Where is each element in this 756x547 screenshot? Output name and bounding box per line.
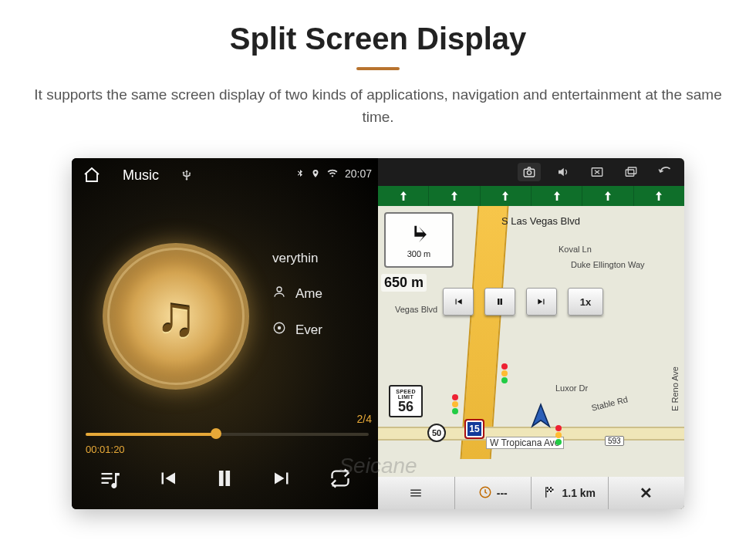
sim-next-button[interactable] (526, 288, 557, 316)
repeat-button[interactable] (323, 461, 357, 495)
remaining-distance-cell[interactable]: 1.1 km (532, 477, 609, 509)
track-counter: 2/4 (357, 413, 372, 425)
street-koval: Koval Ln (559, 245, 592, 254)
lane-guidance-bar (378, 186, 684, 206)
sim-prev-button[interactable] (443, 288, 474, 316)
svg-rect-7 (628, 167, 636, 174)
traffic-light-icon (452, 390, 458, 414)
traffic-light-icon (555, 420, 562, 445)
route-shield: 50 (427, 424, 446, 442)
svg-point-2 (278, 327, 281, 329)
artist-icon (272, 285, 286, 302)
status-time: 20:07 (345, 167, 372, 180)
traffic-light-icon (501, 359, 508, 383)
title-underline (356, 67, 400, 70)
svg-rect-6 (626, 170, 634, 176)
location-icon (311, 168, 320, 179)
track-meta: verythin Ame Ever (272, 251, 378, 339)
album-row: Ever (272, 321, 378, 339)
track-title-row: verythin (272, 251, 378, 266)
close-window-button[interactable] (586, 163, 609, 181)
artist-name: Ame (295, 286, 322, 302)
nav-bottom-bar: --- 1.1 km ✕ (378, 477, 684, 509)
status-bar: 20:07 (295, 167, 372, 180)
system-nav-bar (378, 158, 684, 186)
turn-big-distance: 650 m (381, 274, 427, 292)
svg-point-0 (277, 287, 282, 292)
playlist-button[interactable] (93, 461, 127, 495)
interstate-shield: 15 (464, 419, 484, 439)
remaining-distance: 1.1 km (562, 487, 596, 499)
album-icon (272, 321, 286, 339)
multitask-button[interactable] (619, 163, 643, 181)
street-vegas-blvd: Vegas Blvd (395, 305, 437, 314)
usb-icon (181, 169, 193, 181)
volume-button[interactable] (552, 163, 575, 181)
sim-pause-button[interactable] (484, 288, 515, 316)
music-note-icon: ♫ (155, 285, 197, 348)
vehicle-cursor (526, 402, 555, 434)
album-art: ♫ (103, 243, 249, 390)
eta-value: --- (497, 487, 508, 499)
street-reno: E Reno Ave (670, 366, 680, 411)
navigation-panel: 300 m 650 m SPEED LIMIT 56 50 15 1x (378, 158, 684, 509)
music-header-label: Music (123, 167, 159, 184)
progress-fill (86, 433, 216, 436)
svg-rect-9 (545, 487, 547, 498)
sim-control-row: 1x (443, 288, 603, 316)
music-panel: Music 20:07 ♫ verythin (72, 158, 378, 509)
home-icon[interactable] (83, 166, 101, 184)
artist-row: Ame (272, 285, 378, 302)
sim-speed-button[interactable]: 1x (568, 288, 603, 316)
street-luxor: Luxor Dr (555, 383, 588, 393)
back-button[interactable] (653, 163, 677, 181)
screenshot-button[interactable] (518, 163, 541, 181)
next-button[interactable] (265, 461, 299, 495)
nav-menu-button[interactable] (378, 477, 455, 509)
street-s-las-vegas: S Las Vegas Blvd (501, 215, 580, 227)
eta-cell[interactable]: --- (455, 477, 532, 509)
progress-thumb[interactable] (211, 428, 221, 439)
route-593-badge: 593 (605, 436, 624, 446)
track-title: verythin (272, 251, 319, 266)
music-controls (72, 461, 378, 495)
turn-small-distance: 300 m (407, 249, 431, 258)
progress-bar[interactable]: 00:01:20 (86, 428, 369, 444)
wifi-icon (326, 168, 339, 179)
album-name: Ever (295, 322, 322, 338)
head-unit-screenshot: Music 20:07 ♫ verythin (72, 158, 684, 509)
speed-limit-sign: SPEED LIMIT 56 (389, 385, 423, 417)
clock-icon (478, 485, 492, 501)
close-icon: ✕ (640, 484, 653, 502)
street-stable: Stable Rd (590, 394, 629, 412)
street-tropicana: W Tropicana Ave (486, 437, 564, 449)
prev-button[interactable] (150, 461, 184, 495)
turn-left-icon (402, 221, 436, 248)
nav-close-button[interactable]: ✕ (609, 477, 685, 509)
page-title: Split Screen Display (0, 22, 756, 56)
bluetooth-icon (295, 168, 305, 179)
svg-point-4 (527, 171, 531, 174)
page-description: It supports the same screen display of t… (0, 84, 756, 128)
elapsed-time: 00:01:20 (86, 444, 125, 455)
checkered-flag-icon (543, 485, 557, 501)
street-duke: Duke Ellington Way (571, 260, 645, 269)
next-turn-card: 300 m (384, 212, 454, 268)
pause-button[interactable] (208, 461, 241, 495)
